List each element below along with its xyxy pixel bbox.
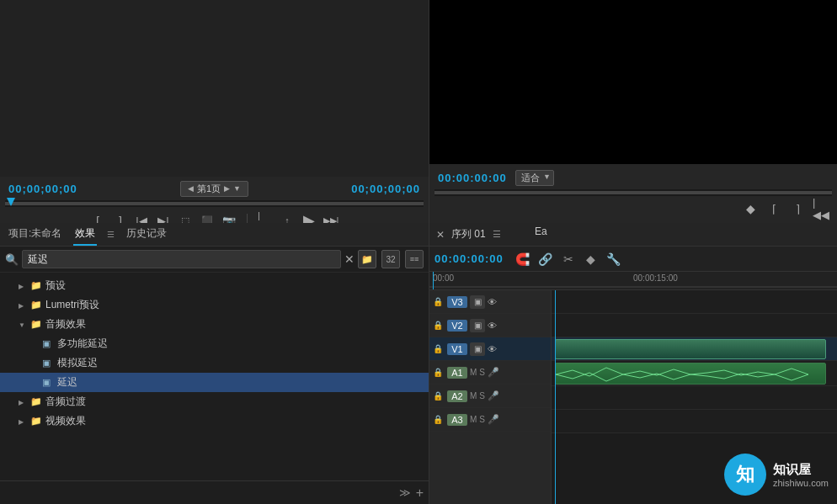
analog-delay-icon: ▣ <box>42 358 57 369</box>
new-folder-button[interactable]: 📁 <box>358 250 376 268</box>
source-monitor: 00;00;00;00 ◀ 第1页 ▶ ▼ 00;00;00;00 ⌈ ⌉ |◀… <box>0 0 429 223</box>
audio-trans-arrow <box>19 398 30 406</box>
tree-item-analog-delay[interactable]: ▣ 模拟延迟 <box>0 353 429 373</box>
tree-item-presets[interactable]: 📁 预设 <box>0 276 429 295</box>
a2-s-btn[interactable]: S <box>479 391 485 401</box>
tree-item-delay[interactable]: ▣ 延迟 <box>0 373 429 392</box>
panel-bottom: ≫ + <box>0 480 429 504</box>
32-icon: 32 <box>386 255 395 264</box>
track-header-v2: 🔒 V2 ▣ 👁 <box>429 314 551 337</box>
v3-clip-btn[interactable]: ▣ <box>470 295 485 309</box>
a3-s-btn[interactable]: S <box>479 415 485 424</box>
link-tool[interactable]: 🔗 <box>536 250 555 268</box>
watermark: 知 知识屋 zhishiwu.com <box>724 454 829 496</box>
source-timecode[interactable]: 00;00;00;00 <box>8 183 77 195</box>
wrench-tool[interactable]: 🔧 <box>605 250 623 268</box>
program-controls: 00:00:00:00 适合 ▼ ◆ ⌈ ⌉ |◀◀ <box>429 164 837 223</box>
v3-lock[interactable]: 🔒 <box>433 297 445 306</box>
track-row-a3[interactable] <box>552 410 837 433</box>
a1-s-btn[interactable]: S <box>479 368 485 377</box>
v1-label[interactable]: V1 <box>447 343 467 355</box>
track-header-v1: 🔒 V1 ▣ 👁 <box>429 337 551 361</box>
marker-tool[interactable]: ◆ <box>582 250 600 268</box>
source-page-label[interactable]: ◀ 第1页 ▶ ▼ <box>180 181 248 197</box>
razor-tool[interactable]: ✂ <box>559 250 578 268</box>
tab-effects[interactable]: 效果 <box>73 223 97 246</box>
a1-waveform <box>556 363 825 384</box>
next-page-arrow[interactable]: ▶ <box>224 184 230 193</box>
timeline-playhead-ruler[interactable] <box>433 272 434 289</box>
watermark-text: 知识屋 zhishiwu.com <box>773 462 829 488</box>
program-timecode[interactable]: 00:00:00:00 <box>438 172 507 184</box>
a2-lock[interactable]: 🔒 <box>433 391 445 401</box>
lumetri-arrow <box>19 301 30 310</box>
a1-m-btn[interactable]: M <box>470 368 477 377</box>
add-item-button[interactable]: + <box>416 485 424 501</box>
v1-clip[interactable] <box>555 339 826 359</box>
v2-label[interactable]: V2 <box>447 320 467 332</box>
tree-item-video-effects[interactable]: 📁 视频效果 <box>0 411 429 431</box>
a2-label[interactable]: A2 <box>447 390 467 402</box>
tab-history[interactable]: 历史记录 <box>125 223 168 246</box>
a2-m-btn[interactable]: M <box>470 391 477 401</box>
source-scrubber[interactable] <box>5 200 424 207</box>
timeline-header: ✕ 序列 01 ☰ <box>429 223 837 247</box>
presets-folder-icon: 📁 <box>30 280 45 291</box>
track-row-a2[interactable] <box>552 386 837 410</box>
list-view-button[interactable]: ≡≡ <box>405 250 424 268</box>
a1-label[interactable]: A1 <box>447 367 467 379</box>
tree-item-audio-transitions[interactable]: 📁 音频过渡 <box>0 392 429 411</box>
v2-lock[interactable]: 🔒 <box>433 321 445 330</box>
v1-lock[interactable]: 🔒 <box>433 344 445 353</box>
track-header-a3: 🔒 A3 M S 🎤 <box>429 408 551 432</box>
effects-menu-icon[interactable]: ☰ <box>107 230 115 239</box>
track-row-v1[interactable] <box>552 337 837 361</box>
track-header-a2: 🔒 A2 M S 🎤 <box>429 385 551 408</box>
prev-page-arrow[interactable]: ◀ <box>188 184 194 193</box>
timeline-close-icon[interactable]: ✕ <box>436 229 445 241</box>
a1-mic[interactable]: 🎤 <box>488 367 499 378</box>
search-input[interactable] <box>22 250 341 268</box>
left-panels: 项目:未命名 效果 ☰ 历史记录 🔍 ✕ 📁 32 ≡≡ <box>0 223 429 504</box>
program-mark-in-button[interactable]: ⌈ <box>766 201 781 216</box>
timeline-menu-icon[interactable]: ☰ <box>493 229 501 240</box>
search-clear-button[interactable]: ✕ <box>344 252 355 266</box>
svg-rect-1 <box>556 363 825 384</box>
a3-lock[interactable]: 🔒 <box>433 415 445 424</box>
track-headers: 🔒 V3 ▣ 👁 🔒 V2 ▣ 👁 🔒 V1 ▣ 👁 <box>429 290 552 504</box>
a3-mic[interactable]: 🎤 <box>488 414 499 425</box>
v2-eye[interactable]: 👁 <box>488 321 497 331</box>
track-row-v3[interactable] <box>552 290 837 314</box>
tab-project[interactable]: 项目:未命名 <box>7 223 63 246</box>
v3-eye[interactable]: 👁 <box>488 297 497 307</box>
a3-label[interactable]: A3 <box>447 414 467 426</box>
a1-lock[interactable]: 🔒 <box>433 368 445 377</box>
track-row-a1[interactable] <box>552 361 837 386</box>
page-dropdown-arrow[interactable]: ▼ <box>233 184 241 193</box>
a3-m-btn[interactable]: M <box>470 415 477 424</box>
search-bar: 🔍 ✕ 📁 32 ≡≡ <box>0 247 429 273</box>
v1-eye[interactable]: 👁 <box>488 344 497 354</box>
tree-item-lumetri[interactable]: 📁 Lumetri预设 <box>0 295 429 315</box>
track-row-v2[interactable] <box>552 314 837 337</box>
v3-label[interactable]: V3 <box>447 296 467 308</box>
a2-mic[interactable]: 🎤 <box>488 390 499 401</box>
program-goto-start[interactable]: |◀◀ <box>813 201 829 216</box>
expand-all-button[interactable]: ≫ <box>399 486 411 499</box>
fit-dropdown[interactable]: 适合 ▼ <box>515 170 554 186</box>
v2-clip-btn[interactable]: ▣ <box>470 319 485 332</box>
program-mark-out-button[interactable]: ⌉ <box>790 201 805 216</box>
program-scrubber[interactable] <box>434 189 832 196</box>
timeline-timecode[interactable]: 00:00:00:00 <box>434 252 504 265</box>
tree-item-audio-effects[interactable]: 📁 音频效果 <box>0 315 429 334</box>
new-item-button[interactable]: 32 <box>381 250 400 268</box>
magnet-tool[interactable]: 🧲 <box>514 250 532 268</box>
program-marker-button[interactable]: ◆ <box>743 201 758 216</box>
a1-clip[interactable] <box>555 363 826 385</box>
tree-item-multi-delay[interactable]: ▣ 多功能延迟 <box>0 334 429 353</box>
watermark-logo: 知 <box>724 454 766 496</box>
v1-clip-btn[interactable]: ▣ <box>470 342 485 356</box>
ruler-ticks-svg <box>429 272 837 289</box>
presets-arrow <box>19 282 30 290</box>
source-timecode-right[interactable]: 00;00;00;00 <box>351 183 420 195</box>
